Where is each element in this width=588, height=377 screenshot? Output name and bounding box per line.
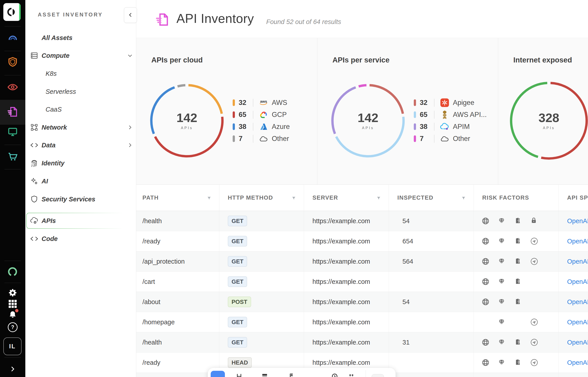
cell-api-spec: OpenAPI bbox=[559, 272, 588, 292]
openapi-link[interactable]: OpenAPI bbox=[567, 298, 588, 306]
cell-path: /about bbox=[136, 292, 219, 312]
chevron-right-w-icon bbox=[9, 366, 16, 372]
table-row[interactable]: /cartGEThttps://example.comOpenAPI bbox=[136, 272, 588, 292]
door-risk-icon bbox=[514, 359, 522, 366]
legend-label: Other bbox=[453, 135, 470, 143]
bell-icon bbox=[8, 310, 18, 320]
cell-server: https://example.com bbox=[304, 251, 389, 271]
sidebar-item-serverless[interactable]: Serverless bbox=[25, 83, 136, 100]
cell-inspected: 54 bbox=[389, 292, 474, 312]
toolbar-primary-button[interactable] bbox=[211, 371, 225, 377]
cart-icon bbox=[7, 151, 18, 162]
page-header: API Inventory Found 52 out of 64 results bbox=[136, 0, 588, 38]
sidebar-item-all-assets[interactable]: All Assets bbox=[25, 29, 136, 47]
legend-item-aws-api-: 65AWS API... bbox=[414, 109, 487, 121]
nav-loop[interactable] bbox=[0, 265, 25, 279]
cell-risk-factors bbox=[474, 251, 559, 271]
globe-risk-icon bbox=[482, 257, 490, 265]
shield-orange-icon bbox=[7, 57, 18, 68]
rail-divider bbox=[4, 145, 21, 145]
toolbar-unknown-icon-3[interactable] bbox=[287, 373, 294, 377]
filter-funnel-icon[interactable] bbox=[376, 195, 381, 200]
cell-server: https://example.com bbox=[304, 292, 389, 312]
sidebar-item-apis[interactable]: APIs bbox=[25, 212, 136, 230]
table-row[interactable]: /healthGEThttps://example.com54OpenAPI bbox=[136, 211, 588, 231]
app-root: ?IL ASSET INVENTORY All AssetsComputeK8s… bbox=[0, 0, 588, 377]
column-header-http-method[interactable]: HTTP METHOD bbox=[219, 185, 304, 211]
legend-label: AWS bbox=[272, 99, 287, 107]
column-label: HTTP METHOD bbox=[228, 194, 273, 201]
openapi-link[interactable]: OpenAPI bbox=[567, 238, 588, 245]
sidebar-item-code[interactable]: Code bbox=[25, 230, 136, 248]
cell-path: /homepage bbox=[136, 312, 219, 332]
cloud-outline-icon bbox=[258, 134, 269, 143]
sidebar-item-security-services[interactable]: Security Services bbox=[25, 190, 136, 208]
app-logo[interactable] bbox=[3, 3, 21, 21]
nav-marketplace[interactable] bbox=[0, 150, 25, 163]
nav-notifications[interactable] bbox=[0, 308, 25, 322]
gem-risk-icon bbox=[498, 318, 506, 326]
legend-item-gcp: 65GCP bbox=[233, 109, 290, 121]
table-row[interactable]: /api_protectionGEThttps://example.com564… bbox=[136, 251, 588, 272]
column-label: API SPEC bbox=[567, 194, 588, 201]
cell-risk-factors bbox=[474, 272, 559, 292]
legend-color-bar bbox=[233, 123, 235, 130]
toolbar-unknown-icon-1[interactable] bbox=[236, 373, 243, 377]
filter-funnel-icon[interactable] bbox=[461, 195, 466, 200]
toolbar-unknown-icon-4[interactable] bbox=[331, 373, 338, 377]
table-row[interactable]: /aboutPOSThttps://example.com54OpenAPI bbox=[136, 292, 588, 312]
cell-api-spec: OpenAPI bbox=[559, 373, 588, 377]
door-risk-icon bbox=[514, 338, 522, 346]
table-row[interactable]: /healthGEThttps://example.com31OpenAPI bbox=[136, 332, 588, 353]
cell-inspected bbox=[389, 353, 474, 373]
toolbar-pill-toggle[interactable] bbox=[371, 374, 384, 377]
toolbar-unknown-icon-2[interactable] bbox=[261, 373, 268, 377]
nav-workloads[interactable] bbox=[0, 125, 25, 139]
column-header-path[interactable]: PATH bbox=[136, 185, 219, 211]
column-header-server[interactable]: SERVER bbox=[304, 185, 389, 211]
toolbar-unknown-icon-5[interactable] bbox=[348, 373, 355, 377]
openapi-link[interactable]: OpenAPI bbox=[567, 258, 588, 265]
nav-dashboard[interactable] bbox=[0, 31, 25, 45]
legend-value: 32 bbox=[239, 99, 253, 107]
sidebar-item-compute[interactable]: Compute bbox=[25, 47, 136, 64]
column-header-api-spec[interactable]: API SPEC bbox=[559, 185, 588, 211]
sidebar-collapse-button[interactable] bbox=[124, 7, 137, 23]
nav-help[interactable]: ? bbox=[0, 320, 25, 334]
openapi-link[interactable]: OpenAPI bbox=[567, 217, 588, 225]
openapi-link[interactable]: OpenAPI bbox=[567, 318, 588, 326]
sidebar-item-k8s[interactable]: K8s bbox=[25, 65, 136, 82]
cell-risk-factors bbox=[474, 231, 559, 251]
donut-chart: 328APIs bbox=[509, 81, 588, 161]
plane-risk-icon bbox=[530, 257, 538, 265]
sidebar-item-ai[interactable]: AI bbox=[25, 172, 136, 190]
openapi-link[interactable]: OpenAPI bbox=[567, 339, 588, 346]
monitor-icon bbox=[7, 126, 18, 137]
filter-funnel-icon[interactable] bbox=[207, 195, 212, 200]
openapi-link[interactable]: OpenAPI bbox=[567, 359, 588, 366]
column-header-inspected[interactable]: INSPECTED bbox=[389, 185, 474, 211]
sidebar-item-identity[interactable]: Identity bbox=[25, 154, 136, 172]
icon-rail: ?IL bbox=[0, 0, 25, 377]
table-row[interactable]: /readyGEThttps://example.com654OpenAPI bbox=[136, 231, 588, 251]
filter-funnel-icon[interactable] bbox=[291, 195, 296, 200]
legend-divider bbox=[434, 123, 434, 131]
azure-logo-icon bbox=[258, 122, 269, 131]
sidebar-item-data[interactable]: Data bbox=[25, 136, 136, 154]
openapi-link[interactable]: OpenAPI bbox=[567, 278, 588, 285]
table-row[interactable]: /homepageGEThttps://example.comOpenAPI bbox=[136, 312, 588, 332]
rail-expand[interactable] bbox=[0, 362, 25, 376]
method-badge: GET bbox=[228, 236, 247, 247]
column-header-risk-factors[interactable]: RISK FACTORS bbox=[474, 185, 559, 211]
legend-item-aws: 32awsAWS bbox=[233, 97, 290, 109]
legend-item-azure: 38Azure bbox=[233, 121, 290, 133]
cell-server: https://example.com bbox=[304, 211, 389, 231]
gem-risk-icon bbox=[498, 338, 506, 346]
nav-visibility[interactable] bbox=[0, 81, 25, 94]
user-avatar[interactable]: IL bbox=[3, 337, 22, 355]
sidebar-item-network[interactable]: Network bbox=[25, 118, 136, 136]
nav-protection[interactable] bbox=[0, 55, 25, 69]
nav-asset-inventory[interactable] bbox=[0, 105, 25, 118]
cell-path: /ready bbox=[136, 353, 219, 373]
sidebar-item-caas[interactable]: CaaS bbox=[25, 100, 136, 118]
